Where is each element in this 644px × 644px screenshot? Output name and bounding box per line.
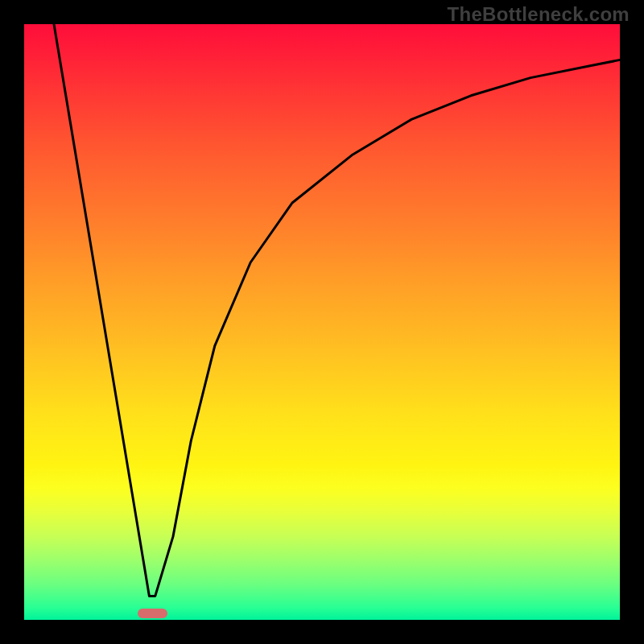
plot-area — [24, 24, 620, 620]
optimal-marker — [138, 609, 167, 618]
watermark-text: TheBottleneck.com — [448, 3, 630, 26]
curve-svg — [24, 24, 620, 620]
chart-frame: TheBottleneck.com — [0, 0, 644, 644]
bottleneck-curve — [54, 24, 620, 596]
